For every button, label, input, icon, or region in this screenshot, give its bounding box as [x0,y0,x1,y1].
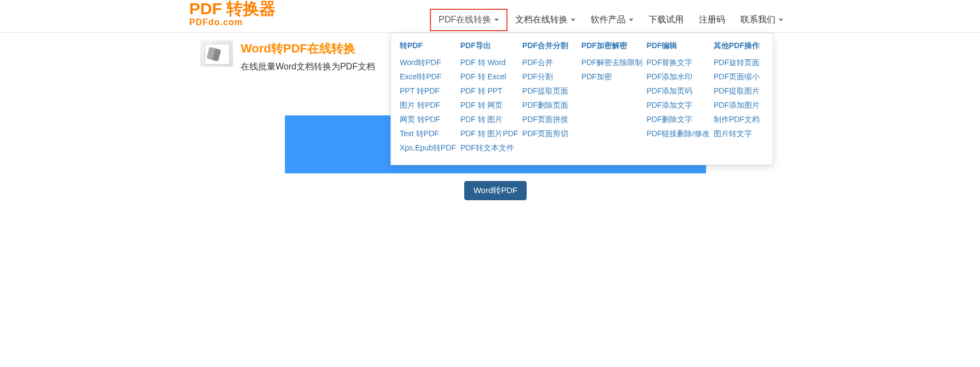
nav-register[interactable]: 注册码 [691,10,733,30]
nav-pdf-online-label: PDF在线转换 [439,14,491,26]
dropdown-column-header: PDF加密解密 [581,41,638,51]
dropdown-column-header: PDF合并分割 [522,41,573,51]
dropdown-item[interactable]: Excel转PDF [400,69,452,84]
dropdown-item[interactable]: PDF 转 PPT [460,84,514,98]
dropdown-column: PDF加密解密PDF解密去除限制PDF加密 [579,41,640,155]
convert-button[interactable]: Word转PDF [464,181,527,200]
dropdown-column: PDF编辑PDF替换文字PDF添加水印PDF添加页码PDF添加文字PDF删除文字… [644,41,707,155]
nav-register-label: 注册码 [699,14,725,26]
dropdown-column-header: 其他PDF操作 [714,41,764,51]
dropdown-item[interactable]: PDF旋转页面 [714,55,764,69]
topbar: PDF 转换器 PDFdo.com PDF在线转换 文档在线转换 软件产品 下载… [0,0,980,33]
dropdown-item[interactable]: PDF页面拼接 [522,112,573,126]
dropdown-item[interactable]: PDF添加页码 [646,84,705,98]
nav-download-label: 下载试用 [649,14,684,26]
chevron-down-icon [571,19,575,21]
dropdown-item[interactable]: PDF添加文字 [646,98,705,112]
dropdown-item[interactable]: Word转PDF [400,55,452,69]
dropdown-item[interactable]: 图片 转PDF [400,98,452,112]
logo-subtitle: PDFdo.com [189,18,276,27]
dropdown-column-header: PDF导出 [460,41,514,51]
dropdown-item[interactable]: 制作PDF文档 [714,112,764,126]
logo[interactable]: PDF 转换器 PDFdo.com [189,0,276,27]
chevron-down-icon [779,19,783,21]
main-nav: PDF在线转换 文档在线转换 软件产品 下载试用 注册码 联系我们 [430,9,791,31]
dropdown-item[interactable]: PDF提取图片 [714,84,764,98]
dropdown-item[interactable]: PDF页面剪切 [522,126,573,141]
dropdown-item[interactable]: PDF分割 [522,69,573,84]
dropdown-item[interactable]: PDF转文本文件 [460,141,514,155]
dropdown-item[interactable]: Xps,Epub转PDF [400,141,452,155]
dropdown-item[interactable]: PDF合并 [522,55,573,69]
dropdown-item[interactable]: PDF替换文字 [646,55,705,69]
dropdown-item[interactable]: PPT 转PDF [400,84,452,98]
page-description: 在线批量Word文档转换为PDF文档 [241,61,375,73]
heading-text: Word转PDF在线转换 在线批量Word文档转换为PDF文档 [241,40,375,73]
dropdown-column-header: 转PDF [400,41,452,51]
dropdown-item[interactable]: PDF页面缩小 [714,69,764,84]
nav-doc-online[interactable]: 文档在线转换 [508,10,583,30]
dropdown-column: 转PDFWord转PDFExcel转PDFPPT 转PDF图片 转PDF网页 转… [398,41,454,155]
dropdown-item[interactable]: Text 转PDF [400,126,452,141]
pdf-online-dropdown: 转PDFWord转PDFExcel转PDFPPT 转PDF图片 转PDF网页 转… [390,33,773,165]
dropdown-item[interactable]: PDF删除页面 [522,98,573,112]
chevron-down-icon [629,19,633,21]
dropdown-column: 其他PDF操作PDF旋转页面PDF页面缩小PDF提取图片PDF添加图片制作PDF… [711,41,766,155]
word-to-pdf-icon [200,40,233,67]
page-title: Word转PDF在线转换 [241,40,375,57]
topbar-inner: PDF 转换器 PDFdo.com PDF在线转换 文档在线转换 软件产品 下载… [189,0,791,33]
dropdown-item[interactable]: PDF删除文字 [646,112,705,126]
dropdown-item[interactable]: PDF 转 Excel [460,69,514,84]
nav-software-label: 软件产品 [591,14,626,26]
nav-doc-online-label: 文档在线转换 [515,14,568,26]
logo-title: PDF 转换器 [189,0,276,18]
nav-software[interactable]: 软件产品 [583,10,641,30]
dropdown-item[interactable]: PDF 转 图片 [460,112,514,126]
nav-contact[interactable]: 联系我们 [733,10,791,30]
dropdown-column-header: PDF编辑 [646,41,705,51]
dropdown-item[interactable]: PDF 转 Word [460,55,514,69]
dropdown-column: PDF合并分割PDF合并PDF分割PDF提取页面PDF删除页面PDF页面拼接PD… [520,41,575,155]
nav-contact-label: 联系我们 [740,14,775,26]
dropdown-column: PDF导出PDF 转 WordPDF 转 ExcelPDF 转 PPTPDF 转… [458,41,516,155]
dropdown-item[interactable]: PDF 转 网页 [460,98,514,112]
dropdown-item[interactable]: PDF提取页面 [522,84,573,98]
nav-download[interactable]: 下载试用 [641,10,691,30]
dropdown-item[interactable]: 网页 转PDF [400,112,452,126]
chevron-down-icon [494,19,499,21]
dropdown-item[interactable]: PDF加密 [581,69,638,84]
dropdown-item[interactable]: PDF解密去除限制 [581,55,638,69]
dropdown-item[interactable]: PDF添加图片 [714,98,764,112]
dropdown-item[interactable]: PDF 转 图片PDF [460,126,514,141]
dropdown-item[interactable]: 图片转文字 [714,126,764,141]
nav-pdf-online[interactable]: PDF在线转换 [430,9,508,31]
dropdown-item[interactable]: PDF链接删除/修改 [646,126,705,141]
dropdown-item[interactable]: PDF添加水印 [646,69,705,84]
